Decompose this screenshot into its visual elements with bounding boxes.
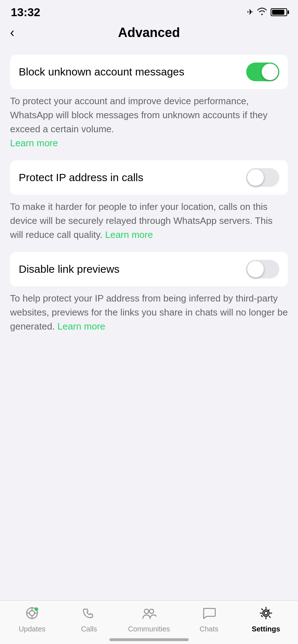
updates-icon xyxy=(25,606,39,623)
nav-item-updates[interactable]: Updates xyxy=(14,606,50,633)
disable-link-card[interactable]: Disable link previews xyxy=(10,252,288,286)
block-unknown-description: To protect your account and improve devi… xyxy=(10,94,288,150)
protect-ip-label: Protect IP address in calls xyxy=(19,171,246,184)
status-time: 13:32 xyxy=(11,6,40,19)
nav-label-chats: Chats xyxy=(199,625,218,633)
block-unknown-learn-more[interactable]: Learn more xyxy=(10,138,58,148)
disable-link-learn-more[interactable]: Learn more xyxy=(58,321,105,332)
disable-link-description: To help protect your IP address from bei… xyxy=(10,291,288,334)
protect-ip-learn-more[interactable]: Learn more xyxy=(105,229,153,240)
svg-point-6 xyxy=(35,607,38,611)
svg-point-8 xyxy=(149,609,154,613)
settings-icon xyxy=(259,606,273,623)
airplane-icon: ✈ xyxy=(247,8,253,17)
header: ‹ Advanced xyxy=(0,22,298,47)
svg-point-10 xyxy=(263,610,269,616)
protect-ip-toggle[interactable] xyxy=(246,168,279,187)
svg-point-7 xyxy=(144,609,149,613)
block-unknown-label: Block unknown account messages xyxy=(19,66,246,78)
communities-icon xyxy=(141,606,157,623)
battery-icon xyxy=(271,8,287,16)
protect-ip-card[interactable]: Protect IP address in calls xyxy=(10,160,288,195)
protect-ip-section: Protect IP address in calls xyxy=(10,160,288,195)
bottom-nav: Updates Calls Communities Chats xyxy=(0,600,298,644)
nav-label-communities: Communities xyxy=(128,625,170,633)
nav-label-calls: Calls xyxy=(81,625,97,633)
block-unknown-card[interactable]: Block unknown account messages xyxy=(10,55,288,89)
nav-label-updates: Updates xyxy=(19,625,46,633)
disable-link-label: Disable link previews xyxy=(19,263,246,275)
page-title: Advanced xyxy=(118,25,180,40)
home-indicator xyxy=(109,638,189,641)
block-unknown-section: Block unknown account messages xyxy=(10,55,288,89)
disable-link-toggle[interactable] xyxy=(246,260,279,279)
nav-item-settings[interactable]: Settings xyxy=(248,606,284,633)
wifi-icon xyxy=(257,7,267,17)
svg-point-9 xyxy=(264,611,268,615)
nav-item-calls[interactable]: Calls xyxy=(71,606,107,633)
nav-label-settings: Settings xyxy=(252,625,280,633)
back-button[interactable]: ‹ xyxy=(10,26,14,39)
calls-icon xyxy=(82,606,96,623)
protect-ip-description: To make it harder for people to infer yo… xyxy=(10,200,288,242)
svg-point-1 xyxy=(30,611,35,616)
nav-item-communities[interactable]: Communities xyxy=(128,606,170,633)
status-bar: 13:32 ✈ xyxy=(0,0,298,22)
disable-link-section: Disable link previews xyxy=(10,252,288,286)
chats-icon xyxy=(202,606,216,623)
block-unknown-toggle[interactable] xyxy=(246,63,279,81)
nav-item-chats[interactable]: Chats xyxy=(191,606,227,633)
status-icons: ✈ xyxy=(247,7,287,17)
